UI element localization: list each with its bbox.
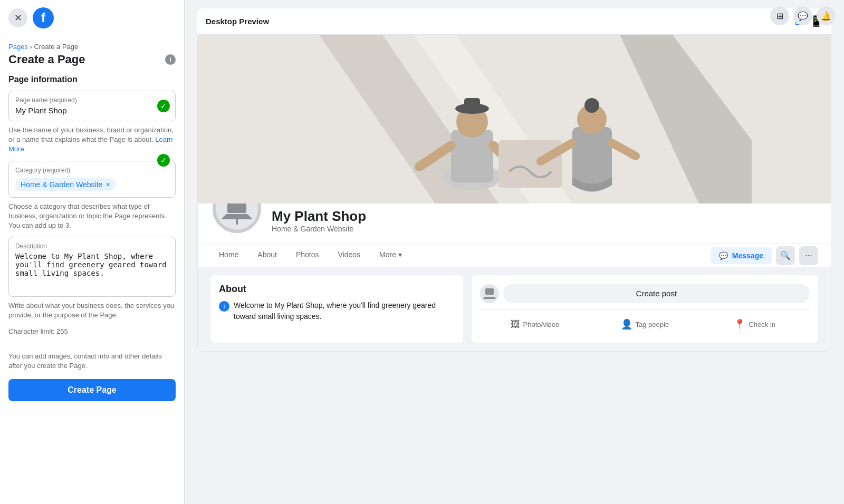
svg-rect-11 bbox=[498, 140, 562, 188]
page-name-helper: Use the name of your business, brand or … bbox=[8, 125, 176, 154]
description-label: Description bbox=[15, 243, 169, 250]
search-icon: 🔍 bbox=[780, 250, 791, 260]
about-text: Welcome to My Plant Shop, where you'll f… bbox=[234, 300, 455, 322]
preview-label: Desktop Preview bbox=[206, 17, 269, 26]
search-button[interactable]: 🔍 bbox=[776, 246, 795, 265]
cover-illustration bbox=[198, 35, 831, 203]
page-name-input[interactable] bbox=[15, 106, 169, 115]
breadcrumb: Pages › Create a Page bbox=[8, 43, 176, 51]
about-description: i Welcome to My Plant Shop, where you'll… bbox=[219, 300, 455, 322]
ellipsis-icon: ··· bbox=[805, 251, 812, 260]
messenger-btn-icon: 💬 bbox=[719, 251, 728, 260]
category-helper: Choose a category that describes what ty… bbox=[8, 202, 176, 231]
post-avatar bbox=[480, 284, 499, 303]
bell-icon: 🔔 bbox=[821, 11, 831, 21]
description-helper: Write about what your business does, the… bbox=[8, 301, 176, 320]
check-in-icon: 📍 bbox=[734, 318, 745, 330]
grid-icon: ⊞ bbox=[776, 11, 783, 21]
messenger-icon: 💬 bbox=[798, 11, 808, 21]
profile-info: My Plant Shop Home & Garden Website bbox=[272, 208, 366, 235]
photo-video-icon: 🖼 bbox=[511, 319, 520, 330]
global-nav: ⊞ 💬 🔔 bbox=[762, 0, 844, 32]
cover-photo bbox=[198, 35, 831, 203]
svg-rect-8 bbox=[464, 98, 480, 111]
nav-more[interactable]: More ▾ bbox=[371, 244, 410, 267]
about-title: About bbox=[219, 284, 455, 295]
tag-people-icon: 👤 bbox=[621, 318, 632, 330]
post-card: Create post 🖼 Photo/video 👤 Tag people 📍… bbox=[472, 275, 818, 343]
char-limit-text: Character limit: 255 bbox=[8, 327, 176, 336]
preview-topbar: Desktop Preview 🖥 📱 bbox=[197, 8, 831, 34]
fb-letter: f bbox=[41, 11, 45, 25]
section-title: Page information bbox=[8, 75, 176, 84]
page-nav: Home About Photos Videos More ▾ 💬 Messag… bbox=[198, 244, 831, 267]
nav-videos[interactable]: Videos bbox=[330, 244, 369, 267]
page-content: About i Welcome to My Plant Shop, where … bbox=[198, 267, 831, 351]
category-chip[interactable]: Home & Garden Website × bbox=[15, 178, 116, 191]
category-field: Category (required) Home & Garden Websit… bbox=[8, 161, 176, 198]
check-in-action[interactable]: 📍 Check in bbox=[700, 314, 810, 334]
svg-rect-12 bbox=[572, 127, 612, 185]
messenger-button[interactable]: 💬 bbox=[793, 6, 812, 25]
sidebar-header: ✕ f bbox=[0, 0, 184, 34]
svg-marker-22 bbox=[483, 297, 496, 299]
post-actions: 🖼 Photo/video 👤 Tag people 📍 Check in bbox=[480, 309, 810, 334]
page-name-label: Page name (required) bbox=[15, 96, 169, 104]
category-chip-text: Home & Garden Website bbox=[21, 180, 102, 189]
more-options-button[interactable]: ··· bbox=[799, 246, 818, 265]
photo-video-action[interactable]: 🖼 Photo/video bbox=[480, 314, 590, 334]
page-name-check-icon: ✓ bbox=[157, 100, 170, 112]
svg-rect-21 bbox=[485, 288, 494, 295]
about-card: About i Welcome to My Plant Shop, where … bbox=[210, 275, 463, 343]
post-avatar-icon bbox=[483, 287, 496, 300]
nav-links: Home About Photos Videos More ▾ bbox=[210, 244, 410, 267]
svg-point-14 bbox=[584, 98, 599, 113]
description-field: Description Welcome to My Plant Shop, wh… bbox=[8, 237, 176, 297]
page-name-field: Page name (required) ✓ bbox=[8, 91, 176, 121]
close-icon: ✕ bbox=[14, 12, 22, 24]
grid-button[interactable]: ⊞ bbox=[770, 6, 789, 25]
nav-about[interactable]: About bbox=[249, 244, 285, 267]
category-label: Category (required) bbox=[15, 167, 169, 174]
create-post-bar: Create post bbox=[480, 284, 810, 303]
about-info-icon: i bbox=[219, 301, 229, 312]
nav-actions: 💬 Message 🔍 ··· bbox=[711, 246, 818, 265]
info-icon[interactable]: i bbox=[165, 54, 176, 65]
breadcrumb-pages-link[interactable]: Pages bbox=[8, 43, 28, 51]
notice-text: You can add images, contact info and oth… bbox=[8, 352, 176, 371]
facebook-logo: f bbox=[33, 7, 54, 28]
divider bbox=[8, 344, 176, 344]
create-page-button[interactable]: Create Page bbox=[8, 379, 176, 401]
breadcrumb-current: Create a Page bbox=[34, 43, 78, 51]
sidebar: ✕ f Pages › Create a Page Create a Page … bbox=[0, 0, 185, 504]
create-post-input[interactable]: Create post bbox=[503, 284, 810, 303]
message-button[interactable]: 💬 Message bbox=[711, 247, 772, 264]
category-check-icon: ✓ bbox=[157, 154, 170, 167]
page-title: Create a Page i bbox=[8, 53, 176, 66]
profile-name: My Plant Shop bbox=[272, 208, 366, 225]
preview-area: Desktop Preview 🖥 📱 bbox=[185, 0, 844, 504]
category-remove-button[interactable]: × bbox=[106, 180, 110, 189]
close-button[interactable]: ✕ bbox=[8, 8, 27, 27]
sidebar-content: Pages › Create a Page Create a Page i Pa… bbox=[0, 34, 184, 504]
preview-container: My Plant Shop Home & Garden Website Home… bbox=[197, 34, 831, 352]
profile-category: Home & Garden Website bbox=[272, 225, 366, 233]
nav-home[interactable]: Home bbox=[210, 244, 247, 267]
tag-people-action[interactable]: 👤 Tag people bbox=[590, 314, 699, 334]
page-title-text: Create a Page bbox=[8, 53, 85, 66]
nav-photos[interactable]: Photos bbox=[287, 244, 328, 267]
notifications-button[interactable]: 🔔 bbox=[817, 6, 836, 25]
chevron-down-icon: ▾ bbox=[398, 250, 402, 259]
description-input[interactable]: Welcome to My Plant Shop, where you'll f… bbox=[15, 252, 169, 289]
